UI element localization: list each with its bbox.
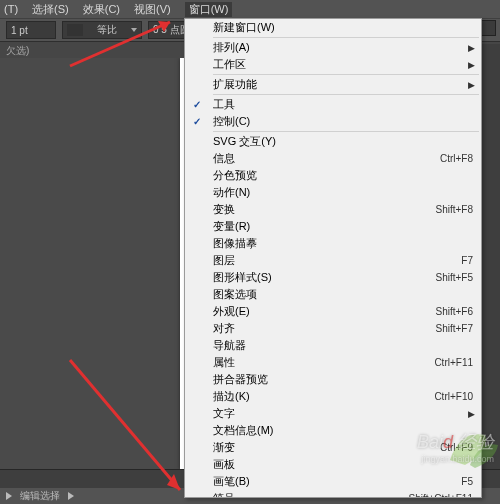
menu-item[interactable]: 变换Shift+F8 [185, 201, 481, 218]
menu-item[interactable]: 图像描摹 [185, 235, 481, 252]
menu-item[interactable]: 新建窗口(W) [185, 19, 481, 36]
menu-item-label: 文字 [213, 406, 473, 421]
document-tab[interactable]: 欠选) [6, 44, 29, 58]
menu-item-label: 分色预览 [213, 168, 473, 183]
menu-window[interactable]: 窗口(W) [185, 2, 233, 17]
menu-item-label: 工具 [213, 97, 473, 112]
dash-icon [67, 24, 83, 36]
menu-item[interactable]: 对齐Shift+F7 [185, 320, 481, 337]
menu-item[interactable]: 分色预览 [185, 167, 481, 184]
menu-item-label: 图层 [213, 253, 461, 268]
menu-item[interactable]: 信息Ctrl+F8 [185, 150, 481, 167]
menu-item-label: 外观(E) [213, 304, 435, 319]
submenu-arrow-icon: ▶ [468, 60, 475, 70]
menu-item-label: 拼合器预览 [213, 372, 473, 387]
menu-item[interactable]: 属性Ctrl+F11 [185, 354, 481, 371]
menu-item[interactable]: SVG 交互(Y) [185, 133, 481, 150]
menu-item-label: 导航器 [213, 338, 473, 353]
menu-item-label: SVG 交互(Y) [213, 134, 473, 149]
menu-item-label: 描边(K) [213, 389, 434, 404]
play-icon-2[interactable] [68, 492, 74, 500]
menu-shortcut: Ctrl+F11 [434, 357, 473, 368]
check-icon: ✓ [193, 99, 201, 110]
submenu-arrow-icon: ▶ [468, 80, 475, 90]
play-icon[interactable] [6, 492, 12, 500]
menu-item[interactable]: 符号Shift+Ctrl+F11 [185, 490, 481, 498]
menu-item-label: 信息 [213, 151, 440, 166]
menu-effect[interactable]: 效果(C) [83, 2, 120, 17]
menu-item[interactable]: 排列(A)▶ [185, 39, 481, 56]
menu-select[interactable]: 选择(S) [32, 2, 69, 17]
profile-dropdown[interactable]: 等比 [62, 21, 142, 39]
menu-shortcut: F7 [461, 255, 473, 266]
menu-item-label: 属性 [213, 355, 434, 370]
window-menu: 新建窗口(W)排列(A)▶工作区▶扩展功能▶✓工具✓控制(C)SVG 交互(Y)… [184, 18, 482, 498]
menu-item-label: 扩展功能 [213, 77, 473, 92]
menu-t[interactable]: (T) [4, 3, 18, 15]
menu-separator [213, 131, 479, 132]
stroke-weight-input[interactable]: 1 pt [6, 21, 56, 39]
menu-shortcut: Ctrl+F8 [440, 153, 473, 164]
menu-item-label: 控制(C) [213, 114, 473, 129]
menu-item[interactable]: 图形样式(S)Shift+F5 [185, 269, 481, 286]
menu-shortcut: F5 [461, 476, 473, 487]
menu-separator [213, 94, 479, 95]
mini-icon-2[interactable] [480, 20, 496, 36]
menu-separator [213, 37, 479, 38]
menu-item[interactable]: 图案选项 [185, 286, 481, 303]
menu-item-label: 图像描摹 [213, 236, 473, 251]
menu-item[interactable]: 画笔(B)F5 [185, 473, 481, 490]
menu-item-label: 图形样式(S) [213, 270, 435, 285]
menu-shortcut: Shift+F6 [435, 306, 473, 317]
menu-item[interactable]: 外观(E)Shift+F6 [185, 303, 481, 320]
menu-shortcut: Ctrl+F10 [434, 391, 473, 402]
menu-item-label: 工作区 [213, 57, 473, 72]
menu-item[interactable]: 图层F7 [185, 252, 481, 269]
menubar: (T) 选择(S) 效果(C) 视图(V) 窗口(W) [0, 0, 500, 18]
menu-item[interactable]: ✓工具 [185, 96, 481, 113]
watermark: Baid 经验jingyan.baidu.com [417, 430, 494, 464]
menu-item-label: 动作(N) [213, 185, 473, 200]
menu-shortcut: Shift+F8 [435, 204, 473, 215]
submenu-arrow-icon: ▶ [468, 409, 475, 419]
menu-item[interactable]: 导航器 [185, 337, 481, 354]
menu-item[interactable]: 工作区▶ [185, 56, 481, 73]
status-label: 编辑选择 [20, 489, 60, 503]
menu-item-label: 新建窗口(W) [213, 20, 473, 35]
menu-item[interactable]: ✓控制(C) [185, 113, 481, 130]
menu-shortcut: Shift+F7 [435, 323, 473, 334]
menu-item[interactable]: 描边(K)Ctrl+F10 [185, 388, 481, 405]
menu-item[interactable]: 动作(N) [185, 184, 481, 201]
menu-item[interactable]: 拼合器预览 [185, 371, 481, 388]
menu-item-label: 变换 [213, 202, 435, 217]
menu-item[interactable]: 文字▶ [185, 405, 481, 422]
menu-shortcut: Shift+Ctrl+F11 [409, 493, 473, 498]
menu-item-label: 画笔(B) [213, 474, 461, 489]
menu-item-label: 符号 [213, 491, 409, 498]
menu-view[interactable]: 视图(V) [134, 2, 171, 17]
menu-item-label: 对齐 [213, 321, 435, 336]
menu-shortcut: Shift+F5 [435, 272, 473, 283]
check-icon: ✓ [193, 116, 201, 127]
menu-item-label: 排列(A) [213, 40, 473, 55]
menu-item[interactable]: 扩展功能▶ [185, 76, 481, 93]
submenu-arrow-icon: ▶ [468, 43, 475, 53]
menu-separator [213, 74, 479, 75]
menu-item-label: 渐变 [213, 440, 440, 455]
menu-item[interactable]: 变量(R) [185, 218, 481, 235]
menu-item-label: 图案选项 [213, 287, 473, 302]
menu-item-label: 变量(R) [213, 219, 473, 234]
